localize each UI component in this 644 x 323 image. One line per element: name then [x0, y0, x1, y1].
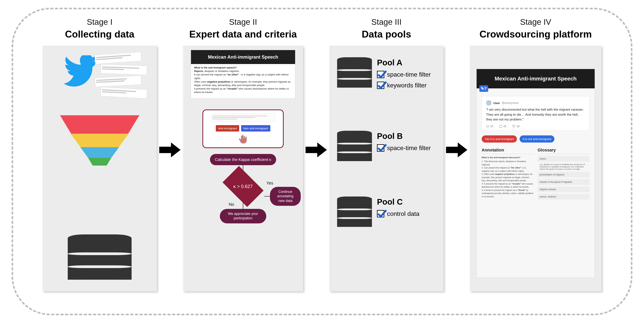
user-handle: @anonymous — [502, 101, 518, 104]
reply-icon — [486, 125, 489, 128]
stage4-panel: Mexican Anti-immigrant Speech ✎? User @a… — [470, 46, 602, 291]
edit-help-icon[interactable]: ✎? — [479, 85, 488, 92]
checked-box-icon — [377, 82, 384, 89]
tweet-snippet — [100, 87, 147, 99]
stage-4: Stage IV Crowdsourcing platform Mexican … — [470, 17, 602, 291]
arrow-right-icon — [446, 141, 467, 159]
arrow-3 — [444, 17, 470, 159]
pool-b-row: Pool B space-time filter — [337, 131, 431, 161]
retweet-count: 65 — [499, 125, 506, 128]
database-icon — [337, 197, 372, 227]
like-count: 38 — [512, 125, 520, 128]
stage1-panel — [42, 46, 157, 291]
yes-label: Yes — [266, 181, 273, 186]
stage3-title: Data pools — [362, 29, 411, 40]
stage1-title: Collecting data — [65, 29, 134, 40]
pool-a-filter-2: keywords filter — [377, 82, 431, 89]
glossary-item[interactable]: presentation of migrants — [538, 172, 590, 178]
glossary-item[interactable]: mission in the place of migrants — [538, 179, 590, 185]
tweet-card: User @anonymous "I am very disconnected … — [482, 96, 590, 131]
pool-b-name: Pool B — [377, 131, 431, 141]
stage-3: Stage III Data pools Pool A space-time f… — [329, 17, 444, 291]
pool-c-row: Pool C control data — [337, 197, 419, 227]
heart-icon — [512, 125, 515, 128]
stage2-panel: Mexican Anti-immigrant Speech What is th… — [183, 46, 303, 291]
thanks-node: We appreciate your participation — [220, 209, 266, 223]
glossary-item[interactable]: migrant caravan — [538, 186, 590, 192]
retweet-icon — [499, 125, 502, 128]
user-name: User — [494, 101, 500, 105]
pool-a-filter-1: space-time filter — [377, 71, 431, 78]
calc-kappa-node: Calculate the Kappa coefficient κ — [210, 154, 276, 165]
kappa-decision: κ > 0.627 — [222, 166, 264, 207]
anti-immigrant-button[interactable]: Anti-immigrant — [216, 125, 239, 131]
avatar-icon — [486, 100, 492, 106]
classify-buttons: Yes it is anti-immigrant It is not anti-… — [482, 135, 590, 143]
stage3-panel: Pool A space-time filter keywords filter — [329, 46, 444, 291]
arrow-1 — [157, 17, 183, 159]
funnel-band-3 — [80, 147, 119, 158]
yes-anti-immigrant-button[interactable]: Yes it is anti-immigrant — [482, 135, 517, 143]
expert-annotation-card: Anti-immigrant Non anti-immigrant — [202, 109, 284, 148]
checked-box-icon — [377, 144, 384, 152]
no-label: No — [229, 202, 234, 207]
checked-box-icon — [377, 71, 384, 78]
stage4-title: Crowdsourcing platform — [480, 29, 592, 40]
twitter-collection — [56, 51, 145, 106]
criteria-card: Mexican Anti-immigrant Speech What is th… — [191, 50, 295, 99]
annotation-heading: Annotation — [482, 148, 534, 154]
info-columns: Annotation What is the anti-immigrant di… — [482, 148, 590, 201]
annotation-column: Annotation What is the anti-immigrant di… — [482, 148, 534, 201]
stage4-label: Stage IV — [520, 17, 551, 27]
pool-c-name: Pool C — [377, 197, 419, 207]
tweet-actions: 50 65 38 — [486, 125, 585, 128]
pointer-hand-icon — [238, 135, 248, 144]
glossary-item-sub: e.g. ghettos to avoid or facilitate the … — [538, 163, 590, 170]
crowdsourcing-ui: Mexican Anti-immigrant Speech ✎? User @a… — [476, 69, 595, 278]
criteria-body: What is the anti-immigrant speech? Rejec… — [191, 64, 295, 96]
glossary-column: Glossary Actors e.g. ghettos to avoid or… — [538, 148, 590, 201]
stage-1: Stage I Collecting data — [42, 17, 157, 291]
stage2-title: Expert data and criteria — [189, 29, 297, 40]
non-anti-immigrant-button[interactable]: Non anti-immigrant — [241, 125, 270, 131]
database-icon — [68, 234, 132, 280]
kappa-flowchart: Calculate the Kappa coefficient κ κ > 0.… — [183, 154, 303, 223]
pool-c-filter-1: control data — [377, 210, 419, 217]
tweet-snippet — [95, 52, 142, 64]
funnel-band-1 — [60, 115, 139, 134]
stage1-label: Stage I — [87, 17, 112, 27]
checked-box-icon — [377, 210, 384, 217]
reply-count: 50 — [486, 125, 494, 128]
arrow-2 — [303, 17, 329, 159]
criteria-question: What is the anti-immigrant speech? — [194, 66, 237, 69]
decision-row: κ > 0.627 Yes Continue annotating new da… — [226, 175, 260, 198]
flow-connector — [264, 196, 270, 197]
pool-a-name: Pool A — [377, 58, 431, 67]
pool-b-filter-1: space-time filter — [377, 144, 431, 152]
continue-node: Continue annotating new data — [270, 187, 301, 206]
sample-tweet — [211, 113, 275, 122]
annotation-buttons: Anti-immigrant Non anti-immigrant — [216, 125, 270, 131]
tweet-snippet — [100, 64, 147, 75]
funnel-icon — [60, 115, 139, 166]
glossary-heading: Glossary — [538, 148, 590, 154]
funnel-band-2 — [71, 134, 129, 147]
glossary-item[interactable]: source, violence — [538, 194, 590, 200]
stage-2: Stage II Expert data and criteria Mexica… — [183, 17, 303, 291]
arrow-right-icon — [306, 141, 327, 159]
stage3-label: Stage III — [371, 17, 402, 27]
not-anti-immigrant-button[interactable]: It is not anti-immigrant — [520, 135, 554, 143]
tweet-text: "I am very disconnected but what the hel… — [486, 107, 585, 122]
pipeline-diagram: Stage I Collecting data — [42, 17, 602, 291]
criteria-title: Mexican Anti-immigrant Speech — [191, 50, 295, 64]
database-icon — [337, 131, 372, 161]
stage2-label: Stage II — [229, 17, 257, 27]
database-icon — [337, 57, 372, 88]
glossary-item-actors[interactable]: Actors — [538, 156, 590, 162]
funnel-band-4 — [88, 158, 111, 166]
pool-a-row: Pool A space-time filter keywords filter — [337, 57, 431, 89]
arrow-right-icon — [159, 141, 180, 159]
platform-title: Mexican Anti-immigrant Speech ✎? — [476, 69, 595, 88]
